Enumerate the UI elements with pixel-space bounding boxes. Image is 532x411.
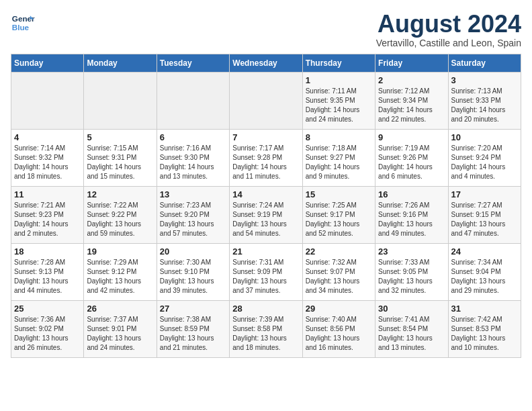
day-number: 9: [378, 132, 445, 142]
calendar-day-cell: 30Sunrise: 7:41 AMSunset: 8:54 PMDayligh…: [375, 300, 448, 357]
month-year: August 2024: [376, 11, 521, 38]
calendar-day-cell: [11, 72, 84, 129]
day-number: 28: [232, 304, 299, 314]
day-number: 2: [378, 75, 445, 85]
day-number: 5: [87, 132, 153, 142]
weekday-header-cell: Saturday: [448, 54, 521, 72]
day-number: 16: [378, 189, 445, 199]
weekday-header-cell: Tuesday: [157, 54, 229, 72]
day-info: Sunrise: 7:14 AMSunset: 9:32 PMDaylight:…: [14, 144, 81, 181]
day-number: 1: [306, 75, 372, 85]
day-number: 25: [14, 304, 81, 314]
day-info: Sunrise: 7:16 AMSunset: 9:30 PMDaylight:…: [160, 144, 226, 181]
calendar-day-cell: 15Sunrise: 7:25 AMSunset: 9:17 PMDayligh…: [302, 186, 375, 243]
day-number: 24: [451, 246, 518, 257]
weekday-header-cell: Sunday: [11, 54, 84, 72]
calendar-day-cell: 16Sunrise: 7:26 AMSunset: 9:16 PMDayligh…: [375, 186, 448, 243]
day-number: 8: [306, 132, 372, 142]
logo-icon: General Blue: [11, 11, 35, 35]
calendar-day-cell: [230, 72, 302, 129]
day-number: 4: [14, 132, 81, 142]
calendar-day-cell: 8Sunrise: 7:18 AMSunset: 9:27 PMDaylight…: [302, 129, 375, 186]
calendar-week-row: 4Sunrise: 7:14 AMSunset: 9:32 PMDaylight…: [11, 129, 521, 186]
day-number: 15: [306, 189, 372, 199]
day-number: 20: [160, 246, 226, 257]
title-block: August 2024 Vertavillo, Castille and Leo…: [376, 11, 521, 48]
day-info: Sunrise: 7:30 AMSunset: 9:10 PMDaylight:…: [160, 258, 226, 295]
calendar-day-cell: 1Sunrise: 7:11 AMSunset: 9:35 PMDaylight…: [302, 72, 375, 129]
calendar-day-cell: 4Sunrise: 7:14 AMSunset: 9:32 PMDaylight…: [11, 129, 84, 186]
location: Vertavillo, Castille and Leon, Spain: [376, 38, 521, 48]
day-info: Sunrise: 7:25 AMSunset: 9:17 PMDaylight:…: [306, 201, 372, 238]
day-info: Sunrise: 7:37 AMSunset: 9:01 PMDaylight:…: [87, 315, 153, 353]
day-number: 19: [87, 246, 153, 257]
calendar-day-cell: 18Sunrise: 7:28 AMSunset: 9:13 PMDayligh…: [11, 243, 84, 300]
day-info: Sunrise: 7:17 AMSunset: 9:28 PMDaylight:…: [232, 144, 299, 181]
day-number: 17: [451, 189, 518, 199]
day-info: Sunrise: 7:26 AMSunset: 9:16 PMDaylight:…: [378, 201, 445, 238]
day-number: 21: [232, 246, 299, 257]
calendar-day-cell: 6Sunrise: 7:16 AMSunset: 9:30 PMDaylight…: [157, 129, 229, 186]
calendar-week-row: 11Sunrise: 7:21 AMSunset: 9:23 PMDayligh…: [11, 186, 521, 243]
calendar-body: 1Sunrise: 7:11 AMSunset: 9:35 PMDaylight…: [11, 72, 521, 357]
logo: General Blue: [11, 11, 35, 35]
day-number: 31: [451, 304, 518, 314]
day-number: 23: [378, 246, 445, 257]
day-info: Sunrise: 7:42 AMSunset: 8:53 PMDaylight:…: [451, 315, 518, 353]
day-info: Sunrise: 7:31 AMSunset: 9:09 PMDaylight:…: [232, 258, 299, 295]
calendar-day-cell: 10Sunrise: 7:20 AMSunset: 9:24 PMDayligh…: [448, 129, 521, 186]
calendar-day-cell: 19Sunrise: 7:29 AMSunset: 9:12 PMDayligh…: [84, 243, 157, 300]
day-info: Sunrise: 7:34 AMSunset: 9:04 PMDaylight:…: [451, 258, 518, 295]
day-number: 10: [451, 132, 518, 142]
calendar-day-cell: 26Sunrise: 7:37 AMSunset: 9:01 PMDayligh…: [84, 300, 157, 357]
day-number: 3: [451, 75, 518, 85]
calendar-day-cell: 29Sunrise: 7:40 AMSunset: 8:56 PMDayligh…: [302, 300, 375, 357]
calendar-day-cell: 21Sunrise: 7:31 AMSunset: 9:09 PMDayligh…: [230, 243, 302, 300]
day-info: Sunrise: 7:38 AMSunset: 8:59 PMDaylight:…: [160, 315, 226, 353]
svg-text:Blue: Blue: [12, 23, 30, 32]
day-number: 14: [232, 189, 299, 199]
calendar-week-row: 25Sunrise: 7:36 AMSunset: 9:02 PMDayligh…: [11, 300, 521, 357]
calendar-day-cell: 2Sunrise: 7:12 AMSunset: 9:34 PMDaylight…: [375, 72, 448, 129]
day-info: Sunrise: 7:23 AMSunset: 9:20 PMDaylight:…: [160, 201, 226, 238]
calendar-day-cell: 5Sunrise: 7:15 AMSunset: 9:31 PMDaylight…: [84, 129, 157, 186]
day-info: Sunrise: 7:40 AMSunset: 8:56 PMDaylight:…: [306, 315, 372, 353]
calendar-week-row: 1Sunrise: 7:11 AMSunset: 9:35 PMDaylight…: [11, 72, 521, 129]
day-info: Sunrise: 7:33 AMSunset: 9:05 PMDaylight:…: [378, 258, 445, 295]
day-number: 22: [306, 246, 372, 257]
calendar-day-cell: 13Sunrise: 7:23 AMSunset: 9:20 PMDayligh…: [157, 186, 229, 243]
day-info: Sunrise: 7:28 AMSunset: 9:13 PMDaylight:…: [14, 258, 81, 295]
day-info: Sunrise: 7:18 AMSunset: 9:27 PMDaylight:…: [306, 144, 372, 181]
day-info: Sunrise: 7:12 AMSunset: 9:34 PMDaylight:…: [378, 87, 445, 124]
day-number: 18: [14, 246, 81, 257]
day-info: Sunrise: 7:21 AMSunset: 9:23 PMDaylight:…: [14, 201, 81, 238]
day-info: Sunrise: 7:15 AMSunset: 9:31 PMDaylight:…: [87, 144, 153, 181]
calendar-day-cell: 27Sunrise: 7:38 AMSunset: 8:59 PMDayligh…: [157, 300, 229, 357]
day-info: Sunrise: 7:39 AMSunset: 8:58 PMDaylight:…: [232, 315, 299, 353]
calendar-day-cell: 3Sunrise: 7:13 AMSunset: 9:33 PMDaylight…: [448, 72, 521, 129]
calendar-day-cell: 20Sunrise: 7:30 AMSunset: 9:10 PMDayligh…: [157, 243, 229, 300]
calendar-day-cell: 24Sunrise: 7:34 AMSunset: 9:04 PMDayligh…: [448, 243, 521, 300]
day-info: Sunrise: 7:13 AMSunset: 9:33 PMDaylight:…: [451, 87, 518, 124]
day-number: 30: [378, 304, 445, 314]
day-number: 12: [87, 189, 153, 199]
page-header: General Blue August 2024 Vertavillo, Cas…: [11, 11, 521, 48]
day-number: 7: [232, 132, 299, 142]
calendar-day-cell: 25Sunrise: 7:36 AMSunset: 9:02 PMDayligh…: [11, 300, 84, 357]
weekday-header-cell: Wednesday: [230, 54, 302, 72]
day-info: Sunrise: 7:11 AMSunset: 9:35 PMDaylight:…: [306, 87, 372, 124]
weekday-header-row: SundayMondayTuesdayWednesdayThursdayFrid…: [11, 54, 521, 72]
day-info: Sunrise: 7:24 AMSunset: 9:19 PMDaylight:…: [232, 201, 299, 238]
calendar-day-cell: 7Sunrise: 7:17 AMSunset: 9:28 PMDaylight…: [230, 129, 302, 186]
weekday-header-cell: Monday: [84, 54, 157, 72]
day-info: Sunrise: 7:27 AMSunset: 9:15 PMDaylight:…: [451, 201, 518, 238]
calendar-day-cell: [84, 72, 157, 129]
day-number: 13: [160, 189, 226, 199]
day-number: 11: [14, 189, 81, 199]
calendar-day-cell: 22Sunrise: 7:32 AMSunset: 9:07 PMDayligh…: [302, 243, 375, 300]
day-info: Sunrise: 7:22 AMSunset: 9:22 PMDaylight:…: [87, 201, 153, 238]
day-number: 26: [87, 304, 153, 314]
day-info: Sunrise: 7:36 AMSunset: 9:02 PMDaylight:…: [14, 315, 81, 353]
calendar-day-cell: [157, 72, 229, 129]
day-number: 29: [306, 304, 372, 314]
